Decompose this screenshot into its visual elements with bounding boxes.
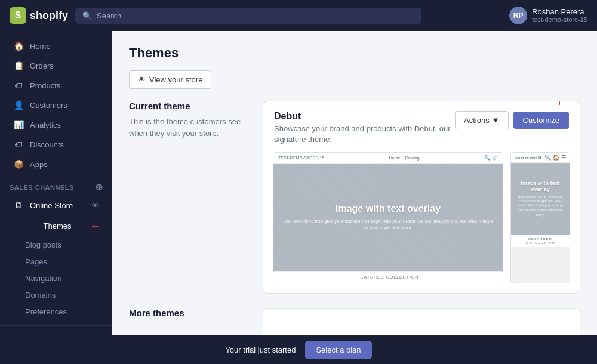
sidebar-sub-item-preferences[interactable]: Preferences: [4, 304, 109, 320]
preview-nav-catalog: Catalog: [405, 156, 419, 160]
search-bar[interactable]: 🔍 Search: [75, 8, 421, 24]
sales-channels-label: SALES CHANNELS ⊕: [0, 174, 112, 195]
sidebar-item-label: Customers: [30, 101, 67, 110]
preview-mobile-icons: 🔍 🏠 ☰: [544, 155, 566, 161]
sidebar-item-discounts[interactable]: 🏷 Discounts: [4, 135, 109, 154]
sidebar-sub-item-blog-posts[interactable]: Blog posts: [4, 237, 109, 253]
sidebar-sub-item-themes[interactable]: Themes ←: [4, 215, 109, 236]
trial-bar: Your trial just started Select a plan: [0, 335, 597, 364]
sidebar-sub-item-pages[interactable]: Pages: [4, 254, 109, 270]
theme-name: Debut: [274, 111, 455, 122]
theme-card-header: Debut Showcase your brand and products w…: [263, 101, 580, 152]
sidebar-item-label: Apps: [30, 160, 48, 169]
more-themes-section-wrapper: More themes: [129, 308, 580, 335]
preview-mobile: test-demo-store-15 🔍 🏠 ☰ Image with text…: [510, 152, 570, 283]
sidebar-item-analytics[interactable]: 📊 Analytics: [4, 115, 109, 134]
add-sales-channel-icon[interactable]: ⊕: [95, 181, 103, 193]
user-store: test-demo-store-15: [532, 16, 587, 24]
sidebar-item-settings[interactable]: ⚙ Settings: [4, 331, 109, 335]
actions-button[interactable]: Actions ▼: [455, 111, 509, 129]
preview-nav-icons: 🔍 🛒: [484, 155, 498, 161]
sidebar-item-label: Analytics: [30, 121, 61, 129]
sidebar-item-label: Orders: [30, 61, 54, 70]
preview-header-desktop: TEST-DEMO-STORE-15 Home Catalog 🔍 🛒: [273, 153, 503, 164]
shopify-logo: S shopify: [10, 7, 68, 24]
search-placeholder: Search: [97, 11, 121, 20]
section-heading: Current theme: [129, 101, 248, 111]
sidebar-item-orders[interactable]: 📋 Orders: [4, 56, 109, 75]
sub-items: Themes ← Blog posts Pages Navigation Dom…: [0, 215, 112, 320]
preview-store-name-mobile: test-demo-store-15: [515, 156, 541, 159]
main-layout: 🏠 Home 📋 Orders 🏷 Products 👤 Customers 📊…: [0, 31, 597, 335]
page-title: Themes: [129, 45, 580, 61]
user-section: RP Roshan Perera test-demo-store-15: [509, 7, 587, 24]
sidebar-item-products[interactable]: 🏷 Products: [4, 76, 109, 95]
user-info: Roshan Perera test-demo-store-15: [532, 7, 587, 24]
preview-store-name: TEST-DEMO-STORE-15: [278, 156, 324, 160]
preview-collection-mobile: FEATURED COLLECTION: [511, 235, 570, 247]
online-store-icon: 🖥: [13, 200, 24, 211]
search-icon: 🔍: [484, 155, 490, 161]
more-themes-card: [263, 308, 580, 335]
products-icon: 🏷: [13, 80, 24, 91]
sidebar-bottom: ⚙ Settings: [0, 325, 112, 335]
sidebar-item-label: Home: [30, 42, 51, 51]
sidebar-item-home[interactable]: 🏠 Home: [4, 36, 109, 55]
view-store-button[interactable]: 👁 View your store: [129, 70, 211, 89]
preview-desktop: TEST-DEMO-STORE-15 Home Catalog 🔍 🛒: [273, 152, 503, 283]
preview-hero-text: Use overlay text to give your customers …: [283, 218, 493, 231]
top-navigation: S shopify 🔍 Search RP Roshan Perera test…: [0, 0, 597, 31]
preview-collection-desktop: FEATURED COLLECTION: [273, 271, 503, 283]
logo-text: shopify: [30, 10, 68, 22]
discounts-icon: 🏷: [13, 139, 24, 150]
cart-icon: 🛒: [492, 155, 498, 161]
sidebar-item-label: Discounts: [30, 140, 64, 149]
themes-arrow-icon: ←: [90, 219, 101, 233]
section-subtext: This is the theme customers see when the…: [129, 116, 248, 139]
sidebar-item-online-store[interactable]: 🖥 Online Store 👁: [4, 196, 109, 215]
search-icon: 🔍: [82, 11, 92, 20]
sidebar: 🏠 Home 📋 Orders 🏷 Products 👤 Customers 📊…: [0, 31, 112, 335]
more-themes-description: More themes: [129, 308, 248, 335]
home-icon: 🏠: [13, 41, 24, 51]
theme-info: Debut Showcase your brand and products w…: [274, 111, 455, 145]
theme-description: Current theme This is the theme customer…: [129, 101, 248, 294]
analytics-icon: 📊: [13, 119, 24, 130]
apps-icon: 📦: [13, 159, 24, 169]
sidebar-item-apps[interactable]: 📦 Apps: [4, 155, 109, 174]
preview-hero-title-mobile: Image with text overlay: [516, 180, 565, 192]
sidebar-sub-item-navigation[interactable]: Navigation: [4, 270, 109, 286]
preview-header-mobile: test-demo-store-15 🔍 🏠 ☰: [511, 153, 570, 163]
sidebar-item-label: Products: [30, 81, 60, 90]
eye-icon: 👁: [138, 75, 146, 84]
current-theme-section: Current theme This is the theme customer…: [129, 101, 580, 294]
search-icon-mobile: 🔍: [544, 155, 551, 161]
trial-text: Your trial just started: [225, 346, 296, 354]
customize-wrapper: ↑ Customize: [513, 112, 569, 129]
online-store-label[interactable]: 🖥 Online Store: [13, 200, 73, 211]
select-plan-button[interactable]: Select a plan: [305, 341, 371, 359]
shopify-logo-icon: S: [10, 7, 26, 24]
preview-hero-desktop: Image with text overlay Use overlay text…: [273, 164, 503, 271]
home-icon-mobile: 🏠: [553, 155, 559, 161]
sidebar-nav: 🏠 Home 📋 Orders 🏷 Products 👤 Customers 📊…: [0, 31, 112, 325]
user-name: Roshan Perera: [532, 7, 587, 17]
theme-card: Debut Showcase your brand and products w…: [263, 101, 580, 294]
chevron-down-icon: ▼: [492, 116, 500, 125]
customize-arrow-icon: ↑: [556, 101, 563, 108]
avatar: RP: [509, 7, 527, 24]
preview-hero-mobile: Image with text overlay Use overlay text…: [511, 163, 570, 235]
main-content: Themes 👁 View your store Current theme T…: [112, 31, 597, 335]
theme-tagline: Showcase your brand and products with De…: [274, 124, 455, 145]
preview-nav-home: Home: [389, 156, 401, 160]
more-themes-heading: More themes: [129, 308, 248, 318]
customers-icon: 👤: [13, 100, 24, 110]
sidebar-sub-item-domains[interactable]: Domains: [4, 287, 109, 303]
orders-icon: 📋: [13, 60, 24, 71]
preview-hero-title: Image with text overlay: [336, 203, 441, 214]
eye-icon[interactable]: 👁: [91, 201, 99, 210]
sidebar-item-customers[interactable]: 👤 Customers: [4, 95, 109, 115]
menu-icon-mobile: ☰: [561, 155, 566, 161]
theme-preview-container: TEST-DEMO-STORE-15 Home Catalog 🔍 🛒: [263, 152, 580, 293]
customize-button[interactable]: Customize: [513, 112, 569, 129]
